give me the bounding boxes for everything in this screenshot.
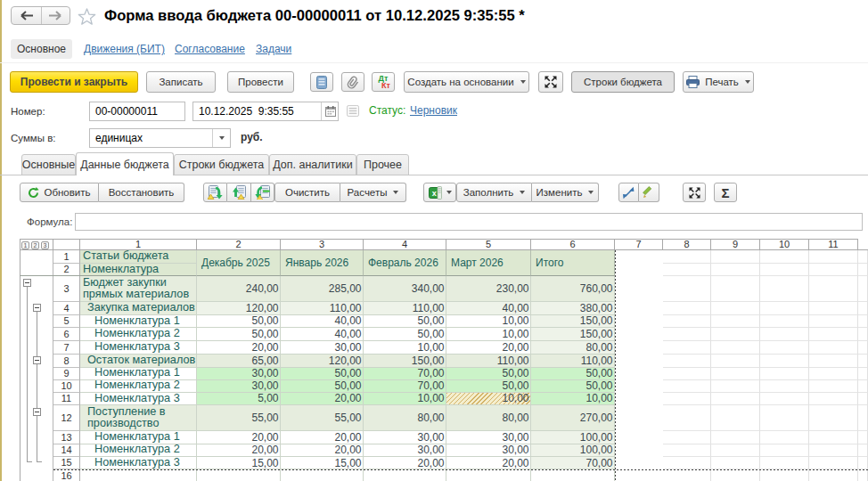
svg-text:x: x — [431, 189, 436, 198]
